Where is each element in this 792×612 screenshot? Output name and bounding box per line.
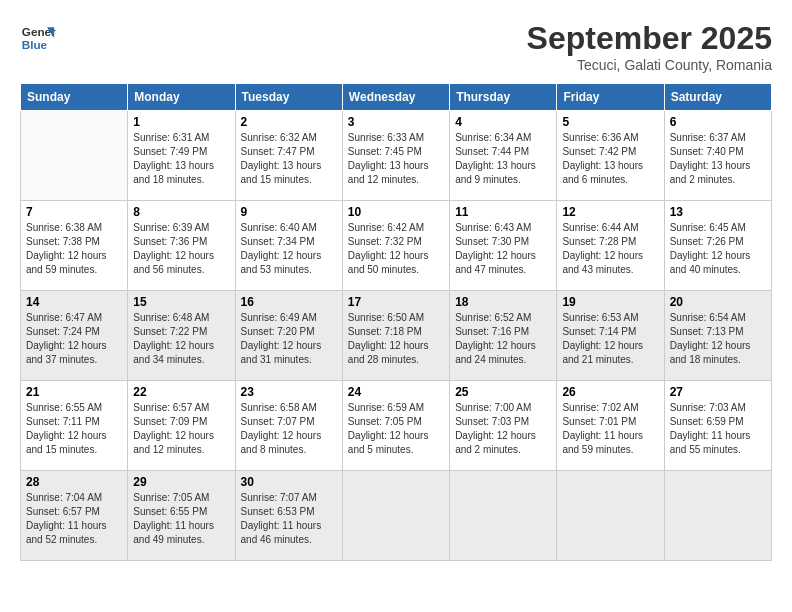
- day-number: 24: [348, 385, 444, 399]
- day-cell: 27Sunrise: 7:03 AMSunset: 6:59 PMDayligh…: [664, 381, 771, 471]
- day-info: Sunrise: 6:45 AMSunset: 7:26 PMDaylight:…: [670, 221, 766, 277]
- day-info: Sunrise: 6:31 AMSunset: 7:49 PMDaylight:…: [133, 131, 229, 187]
- day-info: Sunrise: 6:58 AMSunset: 7:07 PMDaylight:…: [241, 401, 337, 457]
- day-cell: 26Sunrise: 7:02 AMSunset: 7:01 PMDayligh…: [557, 381, 664, 471]
- day-info: Sunrise: 6:38 AMSunset: 7:38 PMDaylight:…: [26, 221, 122, 277]
- day-info: Sunrise: 6:34 AMSunset: 7:44 PMDaylight:…: [455, 131, 551, 187]
- day-number: 29: [133, 475, 229, 489]
- header-monday: Monday: [128, 84, 235, 111]
- day-cell: 1Sunrise: 6:31 AMSunset: 7:49 PMDaylight…: [128, 111, 235, 201]
- day-number: 20: [670, 295, 766, 309]
- day-info: Sunrise: 6:39 AMSunset: 7:36 PMDaylight:…: [133, 221, 229, 277]
- day-number: 13: [670, 205, 766, 219]
- header-friday: Friday: [557, 84, 664, 111]
- day-cell: 14Sunrise: 6:47 AMSunset: 7:24 PMDayligh…: [21, 291, 128, 381]
- day-number: 6: [670, 115, 766, 129]
- day-cell: 24Sunrise: 6:59 AMSunset: 7:05 PMDayligh…: [342, 381, 449, 471]
- day-cell: 10Sunrise: 6:42 AMSunset: 7:32 PMDayligh…: [342, 201, 449, 291]
- day-number: 16: [241, 295, 337, 309]
- day-cell: 11Sunrise: 6:43 AMSunset: 7:30 PMDayligh…: [450, 201, 557, 291]
- week-row-4: 21Sunrise: 6:55 AMSunset: 7:11 PMDayligh…: [21, 381, 772, 471]
- day-info: Sunrise: 6:57 AMSunset: 7:09 PMDaylight:…: [133, 401, 229, 457]
- day-number: 19: [562, 295, 658, 309]
- day-cell: 29Sunrise: 7:05 AMSunset: 6:55 PMDayligh…: [128, 471, 235, 561]
- day-cell: 5Sunrise: 6:36 AMSunset: 7:42 PMDaylight…: [557, 111, 664, 201]
- week-row-2: 7Sunrise: 6:38 AMSunset: 7:38 PMDaylight…: [21, 201, 772, 291]
- day-number: 2: [241, 115, 337, 129]
- day-number: 22: [133, 385, 229, 399]
- day-number: 4: [455, 115, 551, 129]
- day-cell: 16Sunrise: 6:49 AMSunset: 7:20 PMDayligh…: [235, 291, 342, 381]
- title-section: September 2025 Tecuci, Galati County, Ro…: [527, 20, 772, 73]
- day-info: Sunrise: 6:59 AMSunset: 7:05 PMDaylight:…: [348, 401, 444, 457]
- day-cell: 12Sunrise: 6:44 AMSunset: 7:28 PMDayligh…: [557, 201, 664, 291]
- day-cell: [557, 471, 664, 561]
- header-tuesday: Tuesday: [235, 84, 342, 111]
- day-number: 18: [455, 295, 551, 309]
- day-number: 15: [133, 295, 229, 309]
- day-info: Sunrise: 6:42 AMSunset: 7:32 PMDaylight:…: [348, 221, 444, 277]
- day-info: Sunrise: 7:04 AMSunset: 6:57 PMDaylight:…: [26, 491, 122, 547]
- calendar-table: SundayMondayTuesdayWednesdayThursdayFrid…: [20, 83, 772, 561]
- day-number: 5: [562, 115, 658, 129]
- week-row-5: 28Sunrise: 7:04 AMSunset: 6:57 PMDayligh…: [21, 471, 772, 561]
- day-info: Sunrise: 6:54 AMSunset: 7:13 PMDaylight:…: [670, 311, 766, 367]
- day-cell: [342, 471, 449, 561]
- day-cell: 2Sunrise: 6:32 AMSunset: 7:47 PMDaylight…: [235, 111, 342, 201]
- calendar-header-row: SundayMondayTuesdayWednesdayThursdayFrid…: [21, 84, 772, 111]
- day-cell: 8Sunrise: 6:39 AMSunset: 7:36 PMDaylight…: [128, 201, 235, 291]
- day-cell: [21, 111, 128, 201]
- day-cell: [664, 471, 771, 561]
- header-wednesday: Wednesday: [342, 84, 449, 111]
- logo: General Blue: [20, 20, 56, 56]
- day-info: Sunrise: 6:55 AMSunset: 7:11 PMDaylight:…: [26, 401, 122, 457]
- day-info: Sunrise: 7:00 AMSunset: 7:03 PMDaylight:…: [455, 401, 551, 457]
- day-number: 27: [670, 385, 766, 399]
- day-cell: 7Sunrise: 6:38 AMSunset: 7:38 PMDaylight…: [21, 201, 128, 291]
- day-info: Sunrise: 6:44 AMSunset: 7:28 PMDaylight:…: [562, 221, 658, 277]
- day-info: Sunrise: 6:40 AMSunset: 7:34 PMDaylight:…: [241, 221, 337, 277]
- day-cell: 18Sunrise: 6:52 AMSunset: 7:16 PMDayligh…: [450, 291, 557, 381]
- day-cell: 13Sunrise: 6:45 AMSunset: 7:26 PMDayligh…: [664, 201, 771, 291]
- day-number: 14: [26, 295, 122, 309]
- location: Tecuci, Galati County, Romania: [527, 57, 772, 73]
- day-cell: 19Sunrise: 6:53 AMSunset: 7:14 PMDayligh…: [557, 291, 664, 381]
- month-title: September 2025: [527, 20, 772, 57]
- day-number: 9: [241, 205, 337, 219]
- page-header: General Blue September 2025 Tecuci, Gala…: [20, 20, 772, 73]
- day-info: Sunrise: 6:36 AMSunset: 7:42 PMDaylight:…: [562, 131, 658, 187]
- day-cell: 23Sunrise: 6:58 AMSunset: 7:07 PMDayligh…: [235, 381, 342, 471]
- day-cell: 4Sunrise: 6:34 AMSunset: 7:44 PMDaylight…: [450, 111, 557, 201]
- day-number: 10: [348, 205, 444, 219]
- svg-text:Blue: Blue: [22, 38, 48, 51]
- week-row-3: 14Sunrise: 6:47 AMSunset: 7:24 PMDayligh…: [21, 291, 772, 381]
- day-cell: 30Sunrise: 7:07 AMSunset: 6:53 PMDayligh…: [235, 471, 342, 561]
- day-info: Sunrise: 6:47 AMSunset: 7:24 PMDaylight:…: [26, 311, 122, 367]
- week-row-1: 1Sunrise: 6:31 AMSunset: 7:49 PMDaylight…: [21, 111, 772, 201]
- day-number: 7: [26, 205, 122, 219]
- day-cell: 25Sunrise: 7:00 AMSunset: 7:03 PMDayligh…: [450, 381, 557, 471]
- day-cell: 3Sunrise: 6:33 AMSunset: 7:45 PMDaylight…: [342, 111, 449, 201]
- day-number: 1: [133, 115, 229, 129]
- day-cell: 9Sunrise: 6:40 AMSunset: 7:34 PMDaylight…: [235, 201, 342, 291]
- day-number: 12: [562, 205, 658, 219]
- day-number: 25: [455, 385, 551, 399]
- day-cell: 28Sunrise: 7:04 AMSunset: 6:57 PMDayligh…: [21, 471, 128, 561]
- day-cell: 21Sunrise: 6:55 AMSunset: 7:11 PMDayligh…: [21, 381, 128, 471]
- day-number: 3: [348, 115, 444, 129]
- day-number: 17: [348, 295, 444, 309]
- header-sunday: Sunday: [21, 84, 128, 111]
- day-cell: 6Sunrise: 6:37 AMSunset: 7:40 PMDaylight…: [664, 111, 771, 201]
- day-cell: 17Sunrise: 6:50 AMSunset: 7:18 PMDayligh…: [342, 291, 449, 381]
- day-info: Sunrise: 6:43 AMSunset: 7:30 PMDaylight:…: [455, 221, 551, 277]
- day-number: 23: [241, 385, 337, 399]
- day-info: Sunrise: 6:32 AMSunset: 7:47 PMDaylight:…: [241, 131, 337, 187]
- day-info: Sunrise: 6:53 AMSunset: 7:14 PMDaylight:…: [562, 311, 658, 367]
- day-info: Sunrise: 6:48 AMSunset: 7:22 PMDaylight:…: [133, 311, 229, 367]
- day-cell: 22Sunrise: 6:57 AMSunset: 7:09 PMDayligh…: [128, 381, 235, 471]
- day-info: Sunrise: 7:05 AMSunset: 6:55 PMDaylight:…: [133, 491, 229, 547]
- day-number: 26: [562, 385, 658, 399]
- day-number: 30: [241, 475, 337, 489]
- day-number: 8: [133, 205, 229, 219]
- day-info: Sunrise: 6:37 AMSunset: 7:40 PMDaylight:…: [670, 131, 766, 187]
